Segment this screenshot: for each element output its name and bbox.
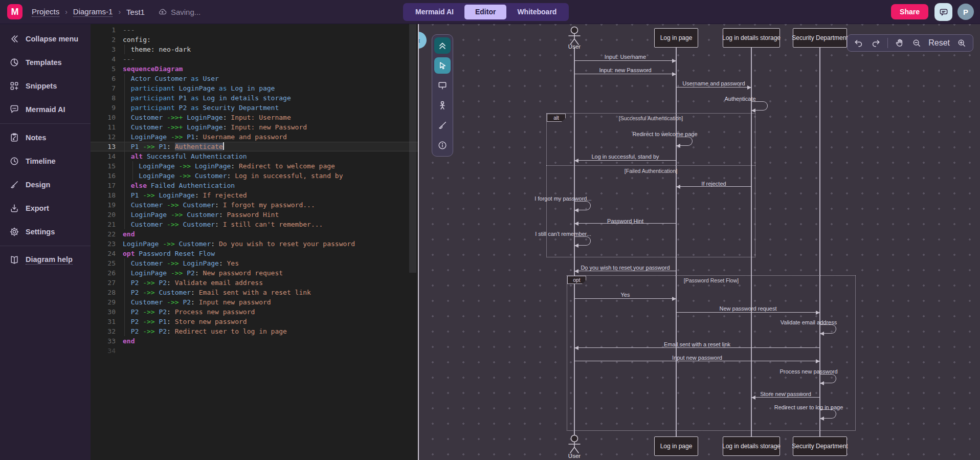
sidebar-item-label: Export (26, 204, 49, 212)
sidebar-item-collapse-menu[interactable]: Collapse menu (0, 27, 91, 51)
code-editor[interactable]: 1---2config:3theme: neo-dark4---5sequenc… (91, 24, 418, 460)
sidebar-item-label: Templates (26, 58, 62, 67)
arrowhead-icon (672, 297, 676, 301)
redo-icon (871, 38, 881, 48)
sidebar-item-label: Settings (26, 228, 55, 236)
sidebar-item-snippets[interactable]: Snippets (0, 74, 91, 98)
sidebar-item-mermaid-ai[interactable]: Mermaid AI (0, 98, 91, 121)
line-number: 6 (91, 74, 116, 83)
code-line: 22end (91, 229, 418, 239)
paintbrush-icon (437, 120, 448, 130)
canvas-tool-palette (432, 34, 453, 157)
line-number: 34 (91, 346, 116, 356)
line-number: 32 (91, 326, 116, 336)
code-line: 9participant P2 as Security Department (91, 103, 418, 113)
participant-box[interactable]: Security Department (793, 436, 847, 456)
participant-box[interactable]: Log in page (654, 28, 698, 48)
code-line: 2config: (91, 35, 418, 45)
sidebar-item-label: Snippets (26, 82, 57, 90)
diagram-canvas[interactable]: « (418, 24, 980, 460)
message-label: Yes (621, 292, 630, 298)
arrowhead-icon (820, 381, 824, 385)
editor-scrollbar[interactable] (409, 24, 416, 273)
sidebar-item-notes[interactable]: Notes (0, 126, 91, 149)
sidebar: Collapse menu Templates Snippets Mermaid… (0, 24, 91, 460)
code-line: 19Customer ->> Customer: I forgot my pas… (91, 200, 418, 210)
redo-button[interactable] (871, 38, 881, 48)
tab-whiteboard[interactable]: Whiteboard (506, 5, 567, 19)
cloud-upload-icon (158, 7, 167, 17)
line-number: 10 (91, 113, 116, 122)
arrowhead-icon (574, 244, 578, 248)
chevron-right-icon: › (118, 8, 121, 16)
arrowhead-icon (816, 359, 820, 363)
line-number: 24 (91, 249, 116, 258)
arrowhead-icon (676, 144, 680, 148)
pan-tool-button[interactable] (895, 38, 905, 48)
line-number: 9 (91, 103, 116, 113)
sidebar-item-settings[interactable]: Settings (0, 220, 91, 244)
sidebar-item-templates[interactable]: Templates (0, 51, 91, 74)
actor-figure[interactable] (565, 26, 584, 46)
line-number: 16 (91, 171, 116, 181)
saving-status: Saving... (158, 7, 201, 17)
tab-editor[interactable]: Editor (464, 5, 506, 19)
breadcrumb-diagrams[interactable]: Diagrams-1 (73, 7, 113, 17)
code-line: 26LoginPage ->> P2: New password request (91, 268, 418, 278)
feedback-chat-button[interactable] (934, 3, 952, 21)
arrowhead-icon (574, 222, 578, 226)
undo-button[interactable] (854, 38, 864, 48)
sidebar-item-label: Mermaid AI (26, 105, 65, 114)
line-number: 1 (91, 25, 116, 35)
presentation-tool-button[interactable] (434, 77, 451, 94)
mermaid-logo-icon[interactable]: M (7, 4, 23, 19)
style-tool-button[interactable] (434, 117, 451, 134)
fragment-condition: [Failed Authentication] (625, 168, 677, 174)
line-number: 21 (91, 220, 116, 229)
avatar[interactable]: P (957, 4, 974, 20)
self-message-label: Redirect to welcome page (632, 131, 697, 137)
view-tabs: Mermaid AI Editor Whiteboard (403, 3, 569, 21)
select-tool-button[interactable] (434, 57, 451, 74)
line-number: 27 (91, 278, 116, 288)
line-number: 31 (91, 317, 116, 326)
sidebar-item-export[interactable]: Export (0, 196, 91, 220)
app: M Projects › Diagrams-1 › Test1 Saving..… (0, 0, 980, 460)
participant-box[interactable]: Log in details storage (723, 436, 780, 456)
participant-box[interactable]: Security Department (793, 28, 847, 48)
message-line (676, 312, 820, 313)
sidebar-item-label: Design (26, 181, 50, 189)
info-button[interactable] (434, 137, 451, 154)
code-line: 31P2 ->> P1: Store new password (91, 317, 418, 326)
message-label: Log in successful, stand by (591, 154, 659, 160)
self-message-label: Validate email address (781, 319, 837, 325)
export-icon (9, 203, 19, 213)
line-number: 23 (91, 239, 116, 249)
participant-box[interactable]: Log in details storage (723, 28, 780, 48)
collapse-icon (9, 34, 19, 44)
self-message-label: Process new password (779, 368, 837, 375)
zoom-in-icon (956, 38, 967, 48)
line-number: 20 (91, 210, 116, 220)
collapse-up-button[interactable] (434, 37, 451, 54)
message-label: Password Hint (607, 218, 643, 224)
breadcrumb-projects[interactable]: Projects (32, 7, 59, 17)
zoom-out-button[interactable] (911, 38, 922, 48)
participant-box[interactable]: Log in page (654, 436, 698, 456)
actor-figure[interactable] (565, 434, 584, 454)
zoom-in-button[interactable] (956, 38, 967, 48)
code-line: 6Actor Customer as User (91, 74, 418, 83)
sequence-diagram: UserUserLog in pageLog in pageLog in det… (419, 24, 980, 460)
text-cursor (223, 142, 224, 150)
actor-tool-button[interactable] (434, 97, 451, 114)
sidebar-item-design[interactable]: Design (0, 173, 91, 196)
sidebar-item-timeline[interactable]: Timeline (0, 149, 91, 173)
reset-zoom-button[interactable]: Reset (928, 38, 950, 48)
presentation-board-icon (437, 80, 448, 91)
tab-mermaid-ai[interactable]: Mermaid AI (405, 5, 464, 19)
arrowhead-icon (816, 311, 820, 315)
sidebar-item-diagram-help[interactable]: Diagram help (0, 248, 91, 272)
mermaid-ai-icon (9, 104, 19, 115)
design-icon (9, 180, 19, 190)
share-button[interactable]: Share (891, 4, 928, 19)
